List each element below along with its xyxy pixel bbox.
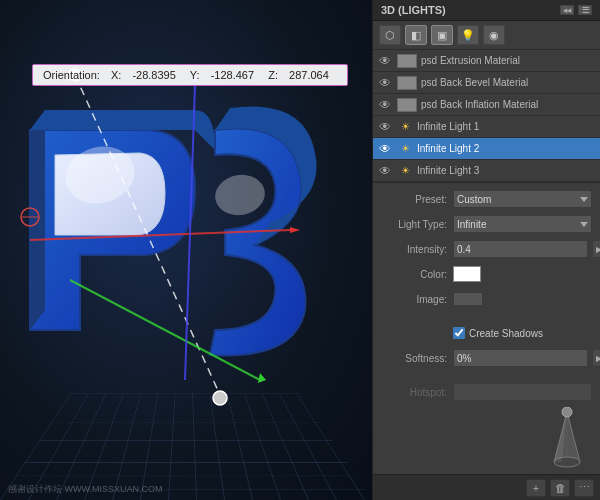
softness-row: Softness: ▶ [381, 348, 592, 368]
preset-label: Preset: [381, 194, 453, 205]
orientation-z-value: 287.064 [289, 69, 329, 81]
3d-lights-panel: 3D (LIGHTS) ◂◂ ☰ ⬡ ◧ ▣ 💡 ◉ 👁 psd Extrusi… [372, 0, 600, 500]
image-label: Image: [381, 294, 453, 305]
softness-input[interactable] [453, 349, 588, 367]
orientation-z-label: Z: [268, 69, 278, 81]
layer-infinite-light-2[interactable]: 👁 ☀ Infinite Light 2 [373, 138, 600, 160]
create-shadows-label: Create Shadows [469, 328, 543, 339]
light-icon-btn[interactable]: 💡 [457, 25, 479, 45]
softness-label: Softness: [381, 353, 453, 364]
collapse-button[interactable]: ◂◂ [560, 5, 574, 15]
svg-marker-9 [258, 373, 266, 383]
layer-extrusion[interactable]: 👁 psd Extrusion Material [373, 50, 600, 72]
image-value [453, 292, 592, 306]
orientation-label: Orientation: [43, 69, 100, 81]
color-value [453, 266, 592, 282]
layer-thumbnail [397, 54, 417, 68]
softness-arrow[interactable]: ▶ [592, 349, 600, 367]
preset-value: Custom [453, 190, 592, 208]
svg-line-7 [185, 85, 195, 380]
softness-value: ▶ [453, 349, 600, 367]
svg-line-6 [70, 280, 260, 380]
image-placeholder[interactable] [453, 292, 483, 306]
panel-menu-button[interactable]: ☰ [578, 5, 592, 15]
titlebar-buttons: ◂◂ ☰ [560, 5, 592, 15]
light-type-label: Light Type: [381, 219, 453, 230]
scene-icon-btn[interactable]: ⬡ [379, 25, 401, 45]
create-shadows-row: Create Shadows [381, 323, 592, 343]
canvas-area: Orientation: X: -28.8395 Y: -128.467 Z: … [0, 0, 372, 500]
light-icon: ☀ [397, 142, 413, 156]
visibility-eye[interactable]: 👁 [377, 75, 393, 91]
layer-label: psd Back Inflation Material [421, 99, 596, 110]
panel-title: 3D (LIGHTS) [381, 4, 446, 16]
orientation-box: Orientation: X: -28.8395 Y: -128.467 Z: … [32, 64, 348, 86]
visibility-eye[interactable]: 👁 [377, 163, 393, 179]
svg-line-2 [75, 75, 220, 395]
layer-label: Infinite Light 3 [417, 165, 596, 176]
light-icon: ☀ [397, 120, 413, 134]
svg-point-11 [21, 208, 39, 226]
panel-toolbar: ⬡ ◧ ▣ 💡 ◉ [373, 21, 600, 50]
preset-select[interactable]: Custom [453, 190, 592, 208]
panel-titlebar: 3D (LIGHTS) ◂◂ ☰ [373, 0, 600, 21]
environment-icon-btn[interactable]: ◉ [483, 25, 505, 45]
light-icon: ☀ [397, 164, 413, 178]
layers-list[interactable]: 👁 psd Extrusion Material 👁 psd Back Beve… [373, 50, 600, 183]
hotspot-label: Hotspot: [381, 387, 453, 398]
intensity-row: Intensity: ▶ [381, 239, 592, 259]
intensity-arrow[interactable]: ▶ [592, 240, 600, 258]
mesh-icon-btn[interactable]: ◧ [405, 25, 427, 45]
orientation-y-label: Y: [190, 69, 200, 81]
watermark-text: 感谢设计作坛 WWW.MISSXUAN.COM [8, 483, 163, 496]
orientation-x-value: -28.8395 [132, 69, 175, 81]
create-shadows-value: Create Shadows [453, 327, 592, 339]
svg-marker-8 [290, 227, 300, 233]
layer-back-inflation[interactable]: 👁 psd Back Inflation Material [373, 94, 600, 116]
light-type-value: Infinite [453, 215, 592, 233]
hotspot-row: Hotspot: [381, 382, 592, 402]
image-row: Image: [381, 289, 592, 309]
visibility-eye[interactable]: 👁 [377, 53, 393, 69]
material-icon-btn[interactable]: ▣ [431, 25, 453, 45]
color-row: Color: [381, 264, 592, 284]
light-type-row: Light Type: Infinite [381, 214, 592, 234]
layer-thumbnail [397, 98, 417, 112]
layer-infinite-light-3[interactable]: 👁 ☀ Infinite Light 3 [373, 160, 600, 182]
layer-thumbnail [397, 76, 417, 90]
properties-area: Preset: Custom Light Type: Infinite Inte… [373, 183, 600, 404]
color-swatch[interactable] [453, 266, 481, 282]
layer-label: psd Back Bevel Material [421, 77, 596, 88]
panel-bottom-bar: + 🗑 ⋯ [373, 474, 600, 500]
svg-line-5 [30, 230, 290, 240]
layer-label: psd Extrusion Material [421, 55, 596, 66]
orientation-y-value: -128.467 [211, 69, 254, 81]
options-button[interactable]: ⋯ [574, 479, 594, 497]
visibility-eye[interactable]: 👁 [377, 141, 393, 157]
intensity-label: Intensity: [381, 244, 453, 255]
layer-label: Infinite Light 1 [417, 121, 596, 132]
intensity-input[interactable] [453, 240, 588, 258]
preset-row: Preset: Custom [381, 189, 592, 209]
delete-button[interactable]: 🗑 [550, 479, 570, 497]
visibility-eye[interactable]: 👁 [377, 97, 393, 113]
light-cone-area [373, 404, 600, 474]
layer-back-bevel[interactable]: 👁 psd Back Bevel Material [373, 72, 600, 94]
visibility-eye[interactable]: 👁 [377, 119, 393, 135]
hotspot-value [453, 383, 592, 401]
orientation-x-label: X: [111, 69, 121, 81]
svg-point-0 [59, 139, 141, 211]
light-type-select[interactable]: Infinite [453, 215, 592, 233]
light-cone-svg [542, 407, 592, 472]
layer-label-light2: Infinite Light 2 [417, 143, 596, 154]
create-shadows-checkbox[interactable] [453, 327, 465, 339]
svg-point-1 [212, 171, 268, 219]
intensity-value: ▶ [453, 240, 600, 258]
layer-infinite-light-1[interactable]: 👁 ☀ Infinite Light 1 [373, 116, 600, 138]
new-light-button[interactable]: + [526, 479, 546, 497]
color-label: Color: [381, 269, 453, 280]
hotspot-input [453, 383, 592, 401]
